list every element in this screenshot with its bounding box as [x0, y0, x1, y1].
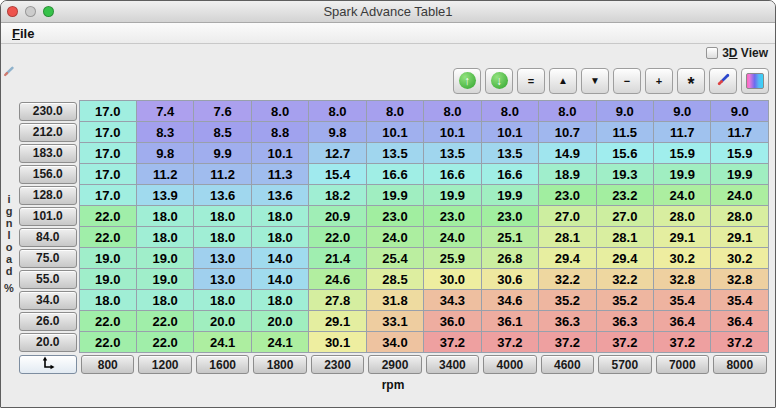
table-cell[interactable]: 15.9: [711, 143, 769, 164]
menu-file[interactable]: File: [9, 26, 37, 41]
scale-down-button[interactable]: ↓: [485, 68, 513, 94]
table-cell[interactable]: 13.9: [136, 185, 193, 206]
table-cell[interactable]: 20.0: [194, 311, 251, 332]
table-cell[interactable]: 28.0: [711, 206, 769, 227]
table-cell[interactable]: 24.0: [424, 227, 481, 248]
table-cell[interactable]: 20.0: [251, 311, 308, 332]
table-cell[interactable]: 36.3: [596, 311, 653, 332]
table-cell[interactable]: 8.0: [539, 101, 596, 122]
decrease-button[interactable]: ▼: [581, 68, 609, 94]
table-cell[interactable]: 10.1: [481, 122, 538, 143]
table-cell[interactable]: 17.0: [79, 101, 136, 122]
table-cell[interactable]: 13.5: [424, 143, 481, 164]
table-cell[interactable]: 15.4: [309, 164, 366, 185]
table-cell[interactable]: 13.0: [194, 269, 251, 290]
table-cell[interactable]: 19.9: [366, 185, 423, 206]
row-header-button[interactable]: 55.0: [19, 270, 77, 289]
table-cell[interactable]: 35.4: [711, 290, 769, 311]
table-cell[interactable]: 18.0: [136, 206, 193, 227]
table-cell[interactable]: 7.4: [136, 101, 193, 122]
table-cell[interactable]: 8.0: [309, 101, 366, 122]
table-cell[interactable]: 11.7: [711, 122, 769, 143]
table-cell[interactable]: 32.2: [539, 269, 596, 290]
column-header-button[interactable]: 2900: [368, 355, 421, 374]
table-cell[interactable]: 36.1: [481, 311, 538, 332]
table-cell[interactable]: 8.0: [481, 101, 538, 122]
table-cell[interactable]: 31.8: [366, 290, 423, 311]
table-cell[interactable]: 35.2: [596, 290, 653, 311]
table-cell[interactable]: 18.9: [539, 164, 596, 185]
table-cell[interactable]: 23.0: [481, 206, 538, 227]
column-header-button[interactable]: 7000: [656, 355, 709, 374]
increase-button[interactable]: ▲: [549, 68, 577, 94]
axis-swap-button[interactable]: [19, 355, 77, 374]
table-cell[interactable]: 24.6: [309, 269, 366, 290]
column-header-button[interactable]: 1600: [196, 355, 249, 374]
table-cell[interactable]: 25.1: [481, 227, 538, 248]
add-button[interactable]: +: [645, 68, 673, 94]
column-header-button[interactable]: 3400: [426, 355, 479, 374]
table-cell[interactable]: 17.0: [79, 143, 136, 164]
table-cell[interactable]: 19.3: [596, 164, 653, 185]
table-cell[interactable]: 34.6: [481, 290, 538, 311]
table-cell[interactable]: 30.2: [711, 248, 769, 269]
table-cell[interactable]: 19.0: [79, 269, 136, 290]
table-cell[interactable]: 18.2: [309, 185, 366, 206]
table-cell[interactable]: 12.7: [309, 143, 366, 164]
3d-view-toggle[interactable]: 3D View: [706, 46, 768, 60]
table-cell[interactable]: 25.4: [366, 248, 423, 269]
table-cell[interactable]: 24.1: [194, 332, 251, 353]
table-cell[interactable]: 26.8: [481, 248, 538, 269]
table-cell[interactable]: 35.4: [654, 290, 711, 311]
colormap-button[interactable]: [741, 68, 769, 94]
table-cell[interactable]: 8.0: [366, 101, 423, 122]
table-cell[interactable]: 36.0: [424, 311, 481, 332]
table-cell[interactable]: 13.6: [194, 185, 251, 206]
column-header-button[interactable]: 1800: [253, 355, 306, 374]
table-cell[interactable]: 37.2: [654, 332, 711, 353]
table-cell[interactable]: 10.1: [366, 122, 423, 143]
row-header-button[interactable]: 84.0: [19, 228, 77, 247]
table-cell[interactable]: 28.5: [366, 269, 423, 290]
row-header-button[interactable]: 26.0: [19, 312, 77, 331]
table-cell[interactable]: 11.3: [251, 164, 308, 185]
table-cell[interactable]: 36.4: [654, 311, 711, 332]
table-cell[interactable]: 14.9: [539, 143, 596, 164]
table-cell[interactable]: 11.5: [596, 122, 653, 143]
table-cell[interactable]: 8.0: [251, 101, 308, 122]
column-header-button[interactable]: 800: [81, 355, 134, 374]
close-button[interactable]: [7, 6, 18, 17]
row-header-button[interactable]: 101.0: [19, 207, 77, 226]
table-cell[interactable]: 9.8: [309, 122, 366, 143]
minimize-button[interactable]: [25, 6, 36, 17]
scale-up-button[interactable]: ↑: [453, 68, 481, 94]
table-cell[interactable]: 19.9: [711, 164, 769, 185]
table-cell[interactable]: 36.3: [539, 311, 596, 332]
table-cell[interactable]: 14.0: [251, 248, 308, 269]
column-header-button[interactable]: 4000: [483, 355, 536, 374]
table-cell[interactable]: 19.9: [424, 185, 481, 206]
table-cell[interactable]: 23.0: [366, 206, 423, 227]
table-cell[interactable]: 9.0: [654, 101, 711, 122]
table-cell[interactable]: 28.1: [596, 227, 653, 248]
table-cell[interactable]: 18.0: [194, 290, 251, 311]
table-cell[interactable]: 9.8: [136, 143, 193, 164]
row-header-button[interactable]: 128.0: [19, 186, 77, 205]
table-cell[interactable]: 8.0: [424, 101, 481, 122]
table-cell[interactable]: 13.5: [481, 143, 538, 164]
table-cell[interactable]: 36.4: [711, 311, 769, 332]
table-cell[interactable]: 37.2: [481, 332, 538, 353]
table-cell[interactable]: 30.6: [481, 269, 538, 290]
table-cell[interactable]: 34.3: [424, 290, 481, 311]
table-cell[interactable]: 18.0: [194, 227, 251, 248]
table-cell[interactable]: 24.0: [366, 227, 423, 248]
table-cell[interactable]: 16.6: [481, 164, 538, 185]
table-cell[interactable]: 19.0: [79, 248, 136, 269]
table-cell[interactable]: 15.9: [654, 143, 711, 164]
table-cell[interactable]: 13.0: [194, 248, 251, 269]
table-cell[interactable]: 33.1: [366, 311, 423, 332]
table-cell[interactable]: 37.2: [539, 332, 596, 353]
zoom-button[interactable]: [43, 6, 54, 17]
table-cell[interactable]: 17.0: [79, 164, 136, 185]
subtract-button[interactable]: −: [613, 68, 641, 94]
